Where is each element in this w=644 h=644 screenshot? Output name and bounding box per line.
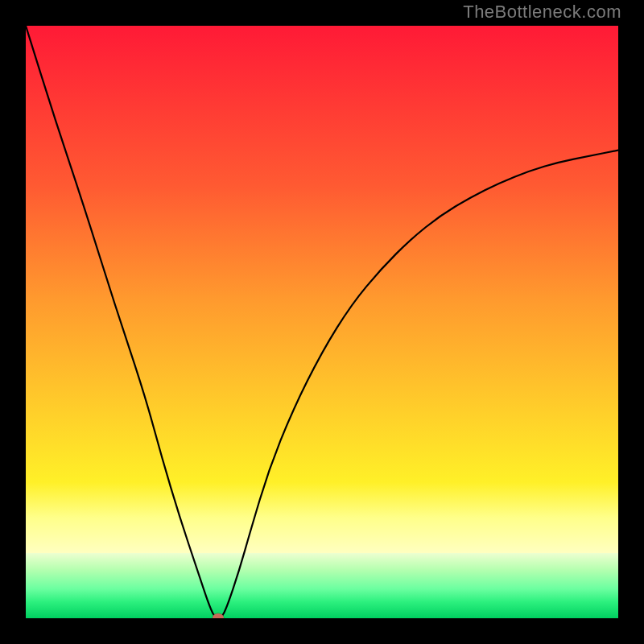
bottleneck-curve [26,26,618,618]
chart-frame: TheBottleneck.com [0,0,644,644]
curve-layer [26,26,618,618]
plot-area [26,26,618,618]
min-marker [213,613,224,618]
watermark-text: TheBottleneck.com [463,2,621,23]
